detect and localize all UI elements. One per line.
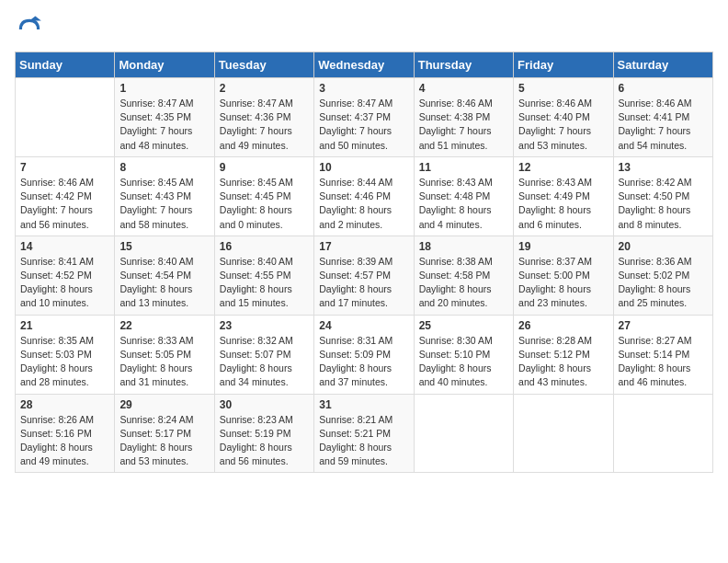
day-number: 22 (119, 319, 209, 332)
week-row-1: 1Sunrise: 8:47 AM Sunset: 4:35 PM Daylig… (16, 78, 713, 157)
calendar-cell: 22Sunrise: 8:33 AM Sunset: 5:05 PM Dayli… (115, 315, 214, 394)
day-info: Sunrise: 8:26 AM Sunset: 5:16 PM Dayligh… (20, 413, 109, 469)
calendar-cell (613, 394, 712, 473)
header-cell-thursday: Thursday (414, 52, 513, 78)
calendar-cell (514, 394, 613, 473)
calendar-cell: 23Sunrise: 8:32 AM Sunset: 5:07 PM Dayli… (214, 315, 313, 394)
calendar-cell: 16Sunrise: 8:40 AM Sunset: 4:55 PM Dayli… (214, 236, 313, 315)
day-number: 2 (220, 82, 309, 95)
day-number: 4 (419, 82, 508, 95)
calendar-cell: 7Sunrise: 8:46 AM Sunset: 4:42 PM Daylig… (16, 156, 115, 236)
day-info: Sunrise: 8:30 AM Sunset: 5:10 PM Dayligh… (419, 334, 508, 390)
calendar-cell: 27Sunrise: 8:27 AM Sunset: 5:14 PM Dayli… (613, 315, 712, 394)
calendar-cell: 28Sunrise: 8:26 AM Sunset: 5:16 PM Dayli… (16, 394, 115, 473)
header-cell-wednesday: Wednesday (314, 52, 414, 78)
logo-icon (15, 15, 44, 44)
calendar-cell: 10Sunrise: 8:44 AM Sunset: 4:46 PM Dayli… (314, 156, 414, 236)
calendar-cell: 19Sunrise: 8:37 AM Sunset: 5:00 PM Dayli… (514, 236, 613, 315)
day-info: Sunrise: 8:28 AM Sunset: 5:12 PM Dayligh… (518, 334, 608, 390)
calendar-cell: 26Sunrise: 8:28 AM Sunset: 5:12 PM Dayli… (514, 315, 613, 394)
calendar-cell: 14Sunrise: 8:41 AM Sunset: 4:52 PM Dayli… (16, 236, 115, 315)
day-number: 17 (319, 240, 408, 253)
day-number: 21 (20, 319, 109, 332)
day-number: 15 (119, 240, 209, 253)
day-info: Sunrise: 8:36 AM Sunset: 5:02 PM Dayligh… (619, 255, 708, 311)
day-info: Sunrise: 8:47 AM Sunset: 4:35 PM Dayligh… (119, 97, 209, 153)
day-info: Sunrise: 8:41 AM Sunset: 4:52 PM Dayligh… (20, 255, 109, 311)
day-number: 11 (419, 161, 508, 174)
header-cell-sunday: Sunday (16, 52, 115, 78)
day-number: 6 (619, 82, 708, 95)
calendar-body: 1Sunrise: 8:47 AM Sunset: 4:35 PM Daylig… (16, 78, 713, 473)
calendar-cell: 30Sunrise: 8:23 AM Sunset: 5:19 PM Dayli… (214, 394, 313, 473)
day-number: 26 (518, 319, 608, 332)
calendar-cell: 9Sunrise: 8:45 AM Sunset: 4:45 PM Daylig… (214, 156, 313, 236)
day-info: Sunrise: 8:24 AM Sunset: 5:17 PM Dayligh… (119, 413, 209, 469)
calendar-cell: 6Sunrise: 8:46 AM Sunset: 4:41 PM Daylig… (613, 78, 712, 157)
header-cell-tuesday: Tuesday (214, 52, 313, 78)
week-row-2: 7Sunrise: 8:46 AM Sunset: 4:42 PM Daylig… (16, 156, 713, 236)
day-info: Sunrise: 8:33 AM Sunset: 5:05 PM Dayligh… (119, 334, 209, 390)
day-number: 25 (419, 319, 508, 332)
day-number: 12 (518, 161, 608, 174)
header-cell-friday: Friday (514, 52, 613, 78)
calendar-cell: 15Sunrise: 8:40 AM Sunset: 4:54 PM Dayli… (115, 236, 214, 315)
day-number: 30 (220, 398, 309, 411)
day-number: 5 (518, 82, 608, 95)
calendar-cell: 21Sunrise: 8:35 AM Sunset: 5:03 PM Dayli… (16, 315, 115, 394)
day-number: 20 (619, 240, 708, 253)
day-info: Sunrise: 8:46 AM Sunset: 4:42 PM Dayligh… (20, 176, 109, 232)
day-info: Sunrise: 8:46 AM Sunset: 4:38 PM Dayligh… (419, 97, 508, 153)
day-info: Sunrise: 8:45 AM Sunset: 4:43 PM Dayligh… (119, 176, 209, 232)
day-info: Sunrise: 8:31 AM Sunset: 5:09 PM Dayligh… (319, 334, 408, 390)
day-number: 7 (20, 161, 109, 174)
week-row-5: 28Sunrise: 8:26 AM Sunset: 5:16 PM Dayli… (16, 394, 713, 473)
day-number: 3 (319, 82, 408, 95)
day-info: Sunrise: 8:47 AM Sunset: 4:36 PM Dayligh… (220, 97, 309, 153)
calendar-cell (16, 78, 115, 157)
calendar-table: SundayMondayTuesdayWednesdayThursdayFrid… (15, 52, 713, 473)
header-row: SundayMondayTuesdayWednesdayThursdayFrid… (16, 52, 713, 78)
calendar-cell: 17Sunrise: 8:39 AM Sunset: 4:57 PM Dayli… (314, 236, 414, 315)
day-number: 31 (319, 398, 408, 411)
day-info: Sunrise: 8:39 AM Sunset: 4:57 PM Dayligh… (319, 255, 408, 311)
day-number: 18 (419, 240, 508, 253)
day-info: Sunrise: 8:32 AM Sunset: 5:07 PM Dayligh… (220, 334, 309, 390)
day-info: Sunrise: 8:40 AM Sunset: 4:55 PM Dayligh… (220, 255, 309, 311)
calendar-cell: 12Sunrise: 8:43 AM Sunset: 4:49 PM Dayli… (514, 156, 613, 236)
calendar-cell: 2Sunrise: 8:47 AM Sunset: 4:36 PM Daylig… (214, 78, 313, 157)
day-number: 8 (119, 161, 209, 174)
day-info: Sunrise: 8:45 AM Sunset: 4:45 PM Dayligh… (220, 176, 309, 232)
day-info: Sunrise: 8:37 AM Sunset: 5:00 PM Dayligh… (518, 255, 608, 311)
calendar-cell: 31Sunrise: 8:21 AM Sunset: 5:21 PM Dayli… (314, 394, 414, 473)
header-cell-saturday: Saturday (613, 52, 712, 78)
week-row-3: 14Sunrise: 8:41 AM Sunset: 4:52 PM Dayli… (16, 236, 713, 315)
calendar-header: SundayMondayTuesdayWednesdayThursdayFrid… (16, 52, 713, 78)
day-info: Sunrise: 8:43 AM Sunset: 4:48 PM Dayligh… (419, 176, 508, 232)
calendar-cell: 29Sunrise: 8:24 AM Sunset: 5:17 PM Dayli… (115, 394, 214, 473)
day-number: 14 (20, 240, 109, 253)
day-number: 16 (220, 240, 309, 253)
day-number: 19 (518, 240, 608, 253)
day-info: Sunrise: 8:38 AM Sunset: 4:58 PM Dayligh… (419, 255, 508, 311)
calendar-cell (414, 394, 513, 473)
week-row-4: 21Sunrise: 8:35 AM Sunset: 5:03 PM Dayli… (16, 315, 713, 394)
day-info: Sunrise: 8:21 AM Sunset: 5:21 PM Dayligh… (319, 413, 408, 469)
day-number: 13 (619, 161, 708, 174)
day-info: Sunrise: 8:46 AM Sunset: 4:41 PM Dayligh… (619, 97, 708, 153)
day-number: 23 (220, 319, 309, 332)
day-info: Sunrise: 8:46 AM Sunset: 4:40 PM Dayligh… (518, 97, 608, 153)
day-info: Sunrise: 8:23 AM Sunset: 5:19 PM Dayligh… (220, 413, 309, 469)
day-info: Sunrise: 8:44 AM Sunset: 4:46 PM Dayligh… (319, 176, 408, 232)
header-cell-monday: Monday (115, 52, 214, 78)
calendar-cell: 25Sunrise: 8:30 AM Sunset: 5:10 PM Dayli… (414, 315, 513, 394)
calendar-cell: 1Sunrise: 8:47 AM Sunset: 4:35 PM Daylig… (115, 78, 214, 157)
day-number: 9 (220, 161, 309, 174)
day-info: Sunrise: 8:27 AM Sunset: 5:14 PM Dayligh… (619, 334, 708, 390)
calendar-cell: 13Sunrise: 8:42 AM Sunset: 4:50 PM Dayli… (613, 156, 712, 236)
day-number: 24 (319, 319, 408, 332)
calendar-cell: 20Sunrise: 8:36 AM Sunset: 5:02 PM Dayli… (613, 236, 712, 315)
day-number: 10 (319, 161, 408, 174)
day-number: 27 (619, 319, 708, 332)
day-number: 1 (119, 82, 209, 95)
